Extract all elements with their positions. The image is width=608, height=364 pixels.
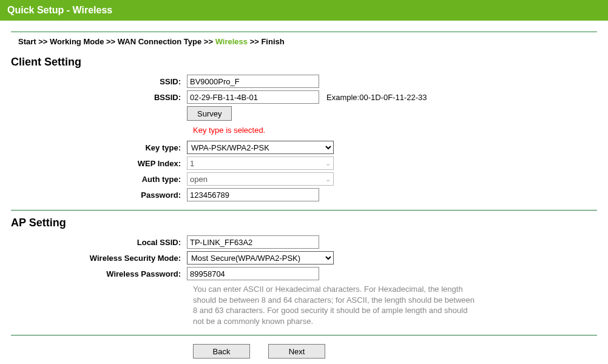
breadcrumb-wan-type[interactable]: WAN Connection Type [118, 37, 201, 46]
key-type-label: Key type: [11, 143, 187, 152]
divider-mid [11, 210, 597, 211]
password-help-text: You can enter ASCII or Hexadecimal chara… [193, 283, 478, 326]
breadcrumb-sep: >> [38, 37, 50, 46]
divider-top [11, 32, 597, 32]
local-ssid-input[interactable] [187, 235, 319, 249]
auth-type-value: open [190, 175, 208, 184]
key-type-hint: Key type is selected. [193, 123, 597, 138]
page-title: Quick Setup - Wireless [7, 5, 112, 15]
breadcrumb-sep: >> [106, 37, 118, 46]
breadcrumb-start[interactable]: Start [18, 37, 36, 46]
sec-mode-label: Wireless Security Mode: [11, 254, 187, 263]
nav-buttons: Back Next [193, 342, 597, 364]
ssid-label: SSID: [11, 77, 187, 86]
bssid-label: BSSID: [11, 93, 187, 102]
bssid-input[interactable] [187, 90, 319, 104]
back-button[interactable]: Back [193, 344, 250, 359]
chevron-down-icon: ⌄ [325, 175, 331, 183]
bssid-example: Example:00-1D-0F-11-22-33 [326, 93, 427, 102]
local-ssid-label: Local SSID: [11, 238, 187, 247]
breadcrumb-working-mode[interactable]: Working Mode [50, 37, 104, 46]
ap-setting-title: AP Setting [11, 217, 597, 229]
ssid-input[interactable] [187, 75, 319, 88]
key-type-select[interactable]: WPA-PSK/WPA2-PSK [187, 141, 334, 154]
client-password-input[interactable] [187, 188, 319, 201]
breadcrumb-sep: >> [204, 37, 215, 46]
wep-index-value: 1 [190, 159, 194, 168]
client-password-label: Password: [11, 190, 187, 200]
breadcrumb-wireless: Wireless [215, 37, 248, 46]
breadcrumb-finish[interactable]: Finish [261, 37, 284, 46]
client-setting-title: Client Setting [11, 56, 597, 69]
chevron-down-icon: ⌄ [325, 160, 331, 167]
breadcrumb: Start >> Working Mode >> WAN Connection … [11, 36, 597, 52]
survey-button[interactable]: Survey [187, 106, 232, 121]
next-button[interactable]: Next [268, 344, 325, 359]
auth-type-select: open ⌄ [187, 172, 334, 186]
breadcrumb-sep: >> [250, 37, 262, 46]
divider-bottom [11, 335, 597, 335]
wep-index-label: WEP Index: [11, 159, 187, 168]
auth-type-label: Auth type: [11, 175, 187, 184]
sec-mode-select[interactable]: Most Secure(WPA/WPA2-PSK) [187, 251, 334, 265]
wireless-password-input[interactable] [187, 267, 319, 280]
wireless-password-label: Wireless Password: [11, 269, 187, 278]
wep-index-select: 1 ⌄ [187, 157, 334, 170]
page-header: Quick Setup - Wireless [0, 0, 608, 21]
